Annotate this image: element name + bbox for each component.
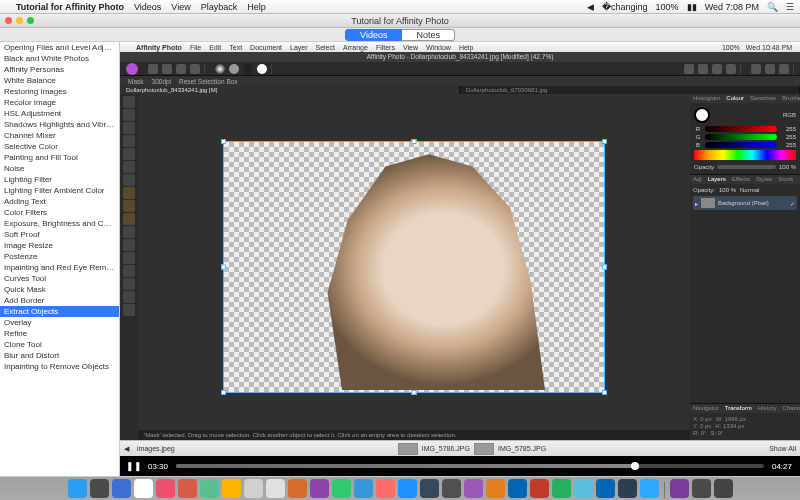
sidebar-item[interactable]: Noise bbox=[0, 163, 119, 174]
inner-right-panels: Histogram Colour Swatches Brushes RGB R2… bbox=[690, 94, 800, 440]
sidebar-item[interactable]: Inpainting and Red Eye Removal bbox=[0, 262, 119, 273]
dock-app-icon[interactable] bbox=[156, 479, 175, 498]
dock-app-icon[interactable] bbox=[692, 479, 711, 498]
thumb-label: images.jpeg bbox=[137, 445, 175, 452]
zoom-button[interactable] bbox=[27, 17, 34, 24]
sidebar-item[interactable]: HSL Adjustment bbox=[0, 108, 119, 119]
sidebar-item[interactable]: Channel Mixer bbox=[0, 130, 119, 141]
dock-app-icon[interactable] bbox=[354, 479, 373, 498]
progress-bar[interactable] bbox=[176, 464, 764, 468]
dock-app-icon[interactable] bbox=[640, 479, 659, 498]
doc-tab: Dollarphotoclub_67030681.jpg bbox=[460, 86, 800, 94]
dock-app-icon[interactable] bbox=[596, 479, 615, 498]
sidebar-item[interactable]: Clone Tool bbox=[0, 339, 119, 350]
dock-app-icon[interactable] bbox=[574, 479, 593, 498]
dock-app-icon[interactable] bbox=[486, 479, 505, 498]
dock-app-icon[interactable] bbox=[90, 479, 109, 498]
sidebar-item[interactable]: Curves Tool bbox=[0, 273, 119, 284]
dock-app-icon[interactable] bbox=[266, 479, 285, 498]
inner-menu-file: File bbox=[190, 44, 201, 51]
dock-app-icon[interactable] bbox=[332, 479, 351, 498]
sidebar-item[interactable]: Selective Color bbox=[0, 141, 119, 152]
dock-app-icon[interactable] bbox=[420, 479, 439, 498]
panel-tabs-transform: Navigator Transform History Channels bbox=[690, 404, 800, 413]
app-name[interactable]: Tutorial for Affinity Photo bbox=[16, 2, 124, 12]
dock-app-icon[interactable] bbox=[376, 479, 395, 498]
sidebar-item[interactable]: Color Filters bbox=[0, 207, 119, 218]
volume-icon[interactable]: ◀︎ bbox=[587, 2, 594, 12]
spectrum-strip bbox=[694, 150, 796, 160]
sidebar-item[interactable]: Shadows Highlights and Vibrance bbox=[0, 119, 119, 130]
panel-tab: Brushes bbox=[779, 94, 800, 103]
sidebar-item[interactable]: Opening Files and Level Adjustment bbox=[0, 42, 119, 53]
dock-app-icon[interactable] bbox=[464, 479, 483, 498]
progress-fill bbox=[176, 464, 635, 468]
sidebar-item[interactable]: Extract Objects bbox=[0, 306, 119, 317]
dock-app-icon[interactable] bbox=[134, 479, 153, 498]
inner-options-bar: Mask 300dpi Reset Selection Box bbox=[120, 76, 800, 86]
colour-panel: RGB R255 G255 B255 Opacity 100 % bbox=[690, 103, 800, 174]
sidebar-item[interactable]: Restoring Images bbox=[0, 86, 119, 97]
dock-app-icon[interactable] bbox=[670, 479, 689, 498]
inner-document-title: Affinity Photo - Dollarphotoclub_8433424… bbox=[120, 52, 800, 62]
sidebar-item[interactable]: Black and White Photos bbox=[0, 53, 119, 64]
inner-menu-document: Document bbox=[250, 44, 282, 51]
tab-videos[interactable]: Videos bbox=[345, 29, 402, 41]
dock-app-icon[interactable] bbox=[244, 479, 263, 498]
sidebar-item[interactable]: Quick Mask bbox=[0, 284, 119, 295]
dock-app-icon[interactable] bbox=[222, 479, 241, 498]
dock-app-icon[interactable] bbox=[288, 479, 307, 498]
dock-app-icon[interactable] bbox=[714, 479, 733, 498]
sidebar-item[interactable]: Exposure, Brightness and Contrast bbox=[0, 218, 119, 229]
menu-playback[interactable]: Playback bbox=[201, 2, 238, 12]
menu-help[interactable]: Help bbox=[247, 2, 266, 12]
dock-app-icon[interactable] bbox=[68, 479, 87, 498]
sidebar-item[interactable]: Lighting Filter Ambient Color bbox=[0, 185, 119, 196]
dock-app-icon[interactable] bbox=[442, 479, 461, 498]
layer-thumb-icon bbox=[701, 198, 715, 208]
tab-notes[interactable]: Notes bbox=[402, 29, 455, 41]
menu-videos[interactable]: Videos bbox=[134, 2, 161, 12]
dock-app-icon[interactable] bbox=[508, 479, 527, 498]
dock-app-icon[interactable] bbox=[618, 479, 637, 498]
wifi-icon[interactable]: �changing bbox=[602, 2, 648, 12]
progress-knob[interactable] bbox=[631, 462, 639, 470]
battery-icon: ▮▮ bbox=[687, 2, 697, 12]
sidebar-item[interactable]: White Balance bbox=[0, 75, 119, 86]
thumb-label: IMG_5786.JPG bbox=[422, 445, 470, 452]
sidebar-item[interactable]: Overlay bbox=[0, 317, 119, 328]
sidebar-item[interactable]: Painting and Fill Tool bbox=[0, 152, 119, 163]
panel-tab: Adj bbox=[690, 175, 705, 184]
sidebar-item[interactable]: Affinity Personas bbox=[0, 64, 119, 75]
minimize-button[interactable] bbox=[16, 17, 23, 24]
dock-app-icon[interactable] bbox=[398, 479, 417, 498]
sidebar-item[interactable]: Recolor Image bbox=[0, 97, 119, 108]
sidebar-item[interactable]: Adding Text bbox=[0, 196, 119, 207]
sidebar-item[interactable]: Inpainting to Remove Objects bbox=[0, 361, 119, 372]
sidebar-item[interactable]: Posterize bbox=[0, 251, 119, 262]
tutorial-list[interactable]: Opening Files and Level AdjustmentBlack … bbox=[0, 42, 120, 476]
dock-app-icon[interactable] bbox=[530, 479, 549, 498]
dock-app-icon[interactable] bbox=[112, 479, 131, 498]
clock[interactable]: Wed 7:08 PM bbox=[705, 2, 759, 12]
dock-app-icon[interactable] bbox=[200, 479, 219, 498]
sidebar-item[interactable]: Add Border bbox=[0, 295, 119, 306]
sidebar-item[interactable]: Refine bbox=[0, 328, 119, 339]
spotlight-icon[interactable]: 🔍 bbox=[767, 2, 778, 12]
close-button[interactable] bbox=[5, 17, 12, 24]
sidebar-item[interactable]: Blur and Distort bbox=[0, 350, 119, 361]
sidebar-item[interactable]: Lighting Filter bbox=[0, 174, 119, 185]
video-area: Affinity Photo File Edit Text Document L… bbox=[120, 42, 800, 476]
dock-app-icon[interactable] bbox=[310, 479, 329, 498]
sidebar-item[interactable]: Soft Proof bbox=[0, 229, 119, 240]
panel-tab: Channels bbox=[779, 404, 800, 413]
pause-button[interactable]: ❚❚ bbox=[128, 460, 140, 472]
notif-center-icon[interactable]: ☰ bbox=[786, 2, 794, 12]
tool-icon bbox=[123, 304, 135, 316]
inner-battery-pct: 100% bbox=[722, 44, 740, 51]
menu-view[interactable]: View bbox=[171, 2, 190, 12]
dock-app-icon[interactable] bbox=[552, 479, 571, 498]
tool-icon bbox=[123, 122, 135, 134]
sidebar-item[interactable]: Image Resize bbox=[0, 240, 119, 251]
dock-app-icon[interactable] bbox=[178, 479, 197, 498]
